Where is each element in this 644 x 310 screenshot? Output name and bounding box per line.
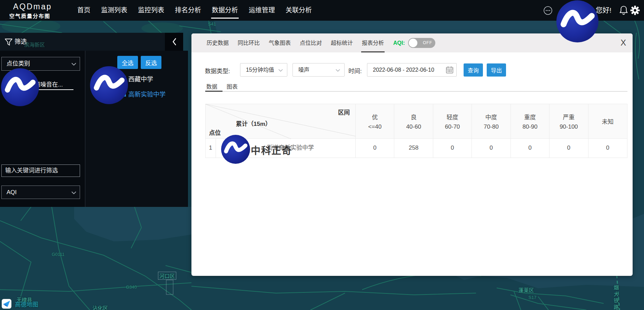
tab-history-data[interactable]: 历史数据 <box>207 33 229 52</box>
row-value-good: 258 <box>394 139 433 158</box>
corner-label-interval: 区间 <box>338 108 350 116</box>
diagonal-lines <box>206 104 356 139</box>
chevron-down-icon <box>278 69 283 72</box>
pollutant-value: 噪声 <box>298 63 309 76</box>
column-header-moderate: 中度 70-80 <box>472 104 511 138</box>
row-value-excellent: 0 <box>356 139 394 158</box>
subtab-divider-line <box>205 91 627 92</box>
sidebar-divider <box>85 51 86 207</box>
row-value-severe: 0 <box>549 139 588 158</box>
date-range-value: 2022-06-08 - 2022-06-10 <box>373 63 434 76</box>
map-label-binhai: 滨海新区 <box>24 41 45 48</box>
map-label-g0111: G0111 <box>52 252 65 257</box>
map-label-zhanhua: 沾化区 <box>92 304 108 310</box>
tab-yoy-comparison[interactable]: 同比环比 <box>238 33 260 52</box>
keyword-search-input[interactable] <box>1 164 80 177</box>
data-analysis-panel: 历史数据 同比环比 气象图表 点位比对 超标统计 报表分析 AQI: OFF X… <box>191 33 633 276</box>
top-navbar: AQDmap 空气质量分布图 首页 监测列表 监控列表 排名分析 数据分析 运维… <box>0 0 644 21</box>
toggle-state-text: OFF <box>423 40 432 45</box>
map-label-s41: S41 <box>208 21 216 27</box>
notifications-bell-icon[interactable] <box>619 6 628 15</box>
main-nav: 首页 监测列表 监控列表 排名分析 数据分析 运维管理 关联分析 <box>77 0 313 21</box>
map-label-g340: G340 <box>126 284 137 290</box>
sidebar-collapse-button[interactable] <box>165 33 183 51</box>
nav-item-home[interactable]: 首页 <box>77 0 91 21</box>
column-header-good: 良 40-60 <box>394 104 433 138</box>
row-value-heavy: 0 <box>511 139 549 158</box>
metric-select[interactable]: AQI <box>1 186 80 199</box>
export-button[interactable]: 导出 <box>487 63 506 77</box>
message-icon[interactable] <box>543 6 553 15</box>
tab-exceedance-stats[interactable]: 超标统计 <box>331 33 353 52</box>
column-header-severe: 严重 90-100 <box>549 104 588 138</box>
app-logo-title: AQDmap <box>13 2 52 11</box>
invert-selection-button[interactable]: 反选 <box>141 56 161 69</box>
station-item-xizang[interactable]: 西藏中学 <box>120 74 153 83</box>
nav-item-data-analysis[interactable]: 数据分析 <box>211 0 239 21</box>
amap-attribution-text: 高德地图 <box>15 300 38 308</box>
report-table: 区间 累计（15m） 点位 优 <=40 良 40-60 轻度 60-70 <box>205 104 627 158</box>
select-all-button[interactable]: 全选 <box>117 56 138 69</box>
subtab-data[interactable]: 数据 <box>206 82 217 90</box>
row-index-cell: 1 <box>206 139 216 158</box>
nav-item-ops-management[interactable]: 运维管理 <box>248 0 276 21</box>
aqi-toggle-switch[interactable]: OFF <box>408 38 435 48</box>
column-header-heavy: 重度 80-90 <box>511 104 549 138</box>
map-label-s17: S17 <box>528 295 536 300</box>
chevron-left-icon <box>171 38 177 46</box>
tab-site-comparison[interactable]: 点位比对 <box>300 33 322 52</box>
sidebar-body: 点位类别 道噪音在... AQI 全选 反选 西藏中学 <box>0 51 188 207</box>
chevron-down-icon <box>71 191 76 194</box>
station-checkbox[interactable] <box>120 76 126 81</box>
filter-sidebar: 筛选 点位类别 道噪音在... AQI <box>0 33 188 207</box>
map-label-penglai: 蓬莱区 <box>518 286 534 293</box>
chevron-down-icon <box>71 63 76 66</box>
tab-report-analysis[interactable]: 报表分析 <box>362 33 384 52</box>
nav-item-surveillance-list[interactable]: 监控列表 <box>137 0 165 21</box>
nav-item-monitor-list[interactable]: 监测列表 <box>100 0 128 21</box>
map-label-hekou: 河口区 <box>158 272 176 280</box>
calendar-icon[interactable] <box>446 66 453 74</box>
category-select-value: 点位类别 <box>7 57 30 70</box>
nav-item-ranking-analysis[interactable]: 排名分析 <box>174 0 202 21</box>
table-corner-cell: 区间 累计（15m） 点位 <box>206 104 356 138</box>
category-select[interactable]: 点位类别 <box>1 57 80 71</box>
station-checkbox-checked[interactable] <box>120 91 126 97</box>
time-label: 时间: <box>348 66 362 75</box>
filter-funnel-icon <box>4 38 13 46</box>
data-type-label: 数据类型: <box>205 66 230 75</box>
row-value-unknown: 0 <box>588 139 627 158</box>
amap-logo-icon <box>2 299 12 309</box>
settings-gear-icon[interactable] <box>630 6 640 15</box>
panel-tab-bar: 历史数据 同比环比 气象图表 点位比对 超标统计 报表分析 AQI: OFF X <box>191 33 633 52</box>
row-value-mild: 0 <box>433 139 472 158</box>
data-type-value: 15分钟均值 <box>246 63 274 76</box>
aqi-toggle-label: AQI: <box>393 40 405 46</box>
subtab-chart[interactable]: 图表 <box>227 82 238 90</box>
station-item-gaoxin[interactable]: 高新实验中学 <box>120 89 166 98</box>
map-label-railway: 烟大铁路 <box>612 285 620 310</box>
corner-label-cumulative: 累计（15m） <box>236 119 271 128</box>
column-header-mild: 轻度 60-70 <box>433 104 472 138</box>
toggle-knob <box>409 39 417 47</box>
station-name: 西藏中学 <box>128 74 153 83</box>
metric-select-value: AQI <box>7 186 17 199</box>
query-button[interactable]: 查询 <box>464 63 483 77</box>
station-name: 高新实验中学 <box>128 89 166 98</box>
nav-item-correlation-analysis[interactable]: 关联分析 <box>285 0 313 21</box>
app-logo-subtitle: 空气质量分布图 <box>9 12 50 19</box>
table-row[interactable]: 1 街道高新实验中学 0 258 0 0 0 0 0 <box>205 139 627 158</box>
date-range-input[interactable]: 2022-06-08 - 2022-06-10 <box>367 63 457 77</box>
data-type-select[interactable]: 15分钟均值 <box>240 63 287 77</box>
category-item-active-underline <box>34 89 73 90</box>
pollutant-select[interactable]: 噪声 <box>293 63 345 77</box>
table-header-row: 区间 累计（15m） 点位 优 <=40 良 40-60 轻度 60-70 <box>205 104 627 139</box>
row-station-cell: 街道高新实验中学 <box>216 139 356 158</box>
close-panel-button[interactable]: X <box>618 38 628 48</box>
column-header-excellent: 优 <=40 <box>356 104 394 138</box>
category-list-item-noise[interactable]: 道噪音在... <box>34 80 63 88</box>
chevron-down-icon <box>336 69 340 72</box>
corner-label-site: 点位 <box>209 128 221 137</box>
subtab-active-underline <box>205 91 222 92</box>
tab-weather-charts[interactable]: 气象图表 <box>269 33 291 52</box>
